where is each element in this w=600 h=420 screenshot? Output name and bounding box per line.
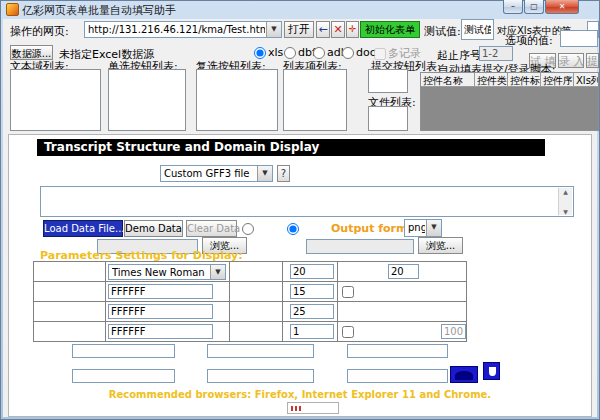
chevron-down-icon[interactable]: ▼ [266, 22, 281, 37]
init-form-button[interactable]: 初始化表单 [360, 21, 420, 38]
data-source-button[interactable]: 数据源... [10, 45, 53, 60]
option-value-input[interactable] [560, 30, 598, 47]
load-data-button[interactable]: Load Data File... [43, 220, 123, 237]
extra-input-2[interactable] [207, 344, 314, 358]
extra-input-6[interactable] [347, 369, 448, 383]
output-mode-radio-1[interactable] [242, 223, 254, 235]
close-button[interactable]: ✕ [545, 0, 579, 14]
radio-adb-input[interactable] [313, 47, 325, 59]
param-size-input-2[interactable] [388, 264, 419, 279]
file-type-select[interactable]: Custom GFF3 file ▼ [160, 165, 273, 182]
extra-input-5[interactable] [207, 369, 314, 383]
range-input[interactable] [479, 46, 513, 61]
app-icon [6, 3, 19, 16]
file-type-value: Custom GFF3 file [164, 168, 256, 179]
param-color-input-3[interactable] [108, 324, 213, 339]
chevron-down-icon[interactable]: ▼ [257, 166, 272, 181]
hit-counter [287, 402, 339, 414]
counter-marks [291, 406, 303, 411]
param-color-input-1[interactable] [108, 284, 213, 299]
item-listbox[interactable] [283, 69, 347, 131]
radio-dbf-input[interactable] [284, 47, 296, 59]
output-format-select[interactable]: png ▼ [404, 219, 442, 237]
delete-icon[interactable]: ✕ [331, 21, 345, 38]
param-checkbox-1[interactable] [342, 286, 354, 298]
radio-doc[interactable]: doc [342, 46, 376, 59]
test-value-label: 测试值: [424, 24, 461, 39]
help-button[interactable]: ? [277, 165, 290, 182]
demo-data-button[interactable]: Demo Data [124, 220, 183, 237]
submit-button[interactable]: 提 [586, 53, 599, 68]
clear-data-button[interactable]: Clear Data [186, 220, 237, 237]
record-button[interactable]: 录 入 [558, 53, 584, 68]
textarea-scrollbar[interactable]: ▲ ▼ [558, 188, 572, 215]
sequence-textarea[interactable]: ▲ ▼ [40, 186, 574, 217]
browse-button-2[interactable]: 浏览... [418, 237, 463, 254]
scroll-down-icon[interactable]: ▼ [559, 208, 572, 215]
submit-listbox[interactable] [368, 69, 408, 93]
url-label: 操作的网页: [10, 24, 69, 39]
chevron-down-icon[interactable]: ▼ [210, 265, 225, 279]
page-banner: Transcript Structure and Domain Display [37, 139, 545, 156]
url-combobox[interactable]: http://131.216.46.121/kma/Test.html ▼ [84, 21, 282, 38]
move-icon[interactable]: ✛ [346, 21, 359, 38]
param-size-input-3[interactable] [290, 284, 334, 299]
grid-col-xls[interactable]: Xls列 [574, 73, 598, 86]
badge-image-icon [483, 362, 500, 380]
text-field-listbox[interactable] [10, 69, 101, 131]
param-extra-input [441, 324, 466, 339]
file-listbox[interactable] [368, 106, 408, 131]
radio-xls[interactable]: xls [254, 46, 283, 59]
extra-input-3[interactable] [347, 344, 448, 358]
maximize-button[interactable]: ▢ [524, 0, 544, 14]
font-select[interactable]: Times New Roman ▼ [108, 264, 226, 280]
radio-dbf[interactable]: dbf [284, 46, 316, 59]
extra-input-1[interactable] [72, 344, 175, 358]
grid-col-id[interactable]: 控件标识 [508, 73, 541, 86]
logo-shape [455, 371, 473, 380]
scroll-up-icon[interactable]: ▲ [559, 188, 572, 195]
browser-note: Recommended browsers: Firefox, Internet … [40, 389, 560, 400]
font-select-value: Times New Roman [112, 267, 209, 278]
param-checkbox-2[interactable] [342, 326, 354, 338]
file-path-input-2[interactable] [306, 239, 414, 254]
script-grid[interactable]: 控件名称 控件类型 控件标识 控件序号 Xls列 [420, 72, 599, 131]
radio-xls-input[interactable] [254, 47, 266, 59]
radio-doc-input[interactable] [342, 47, 354, 59]
params-table: Times New Roman ▼ [33, 261, 467, 342]
output-format-value: png [408, 222, 425, 233]
open-button[interactable]: 打开 [284, 21, 314, 38]
grid-col-type[interactable]: 控件类型 [475, 73, 508, 86]
grid-col-index[interactable]: 控件序号 [541, 73, 574, 86]
grid-col-name[interactable]: 控件名称 [421, 73, 475, 86]
badge-shape [489, 367, 496, 376]
test-value-input[interactable] [461, 19, 494, 40]
output-mode-radio-2[interactable] [287, 223, 299, 235]
checkbox-listbox[interactable] [196, 69, 278, 131]
radio-listbox[interactable] [108, 69, 186, 131]
url-value: http://131.216.46.121/kma/Test.html [88, 24, 265, 35]
back-icon[interactable]: ← [316, 21, 330, 38]
param-size-input-4[interactable] [290, 304, 334, 319]
script-grid-header: 控件名称 控件类型 控件标识 控件序号 Xls列 [421, 73, 598, 87]
logo-image-icon [450, 366, 478, 383]
chevron-down-icon[interactable]: ▼ [426, 220, 441, 236]
extra-input-4[interactable] [72, 369, 175, 383]
minimize-button[interactable]: – [503, 0, 523, 14]
param-color-input-2[interactable] [108, 304, 213, 319]
window-title: 亿彩网页表单批量自动填写助手 [22, 3, 176, 18]
param-size-input-1[interactable] [290, 264, 334, 279]
option-value-label: 选项的值: [505, 33, 553, 48]
range-label: 起止序号 [437, 48, 481, 63]
param-size-input-5[interactable] [290, 324, 334, 339]
